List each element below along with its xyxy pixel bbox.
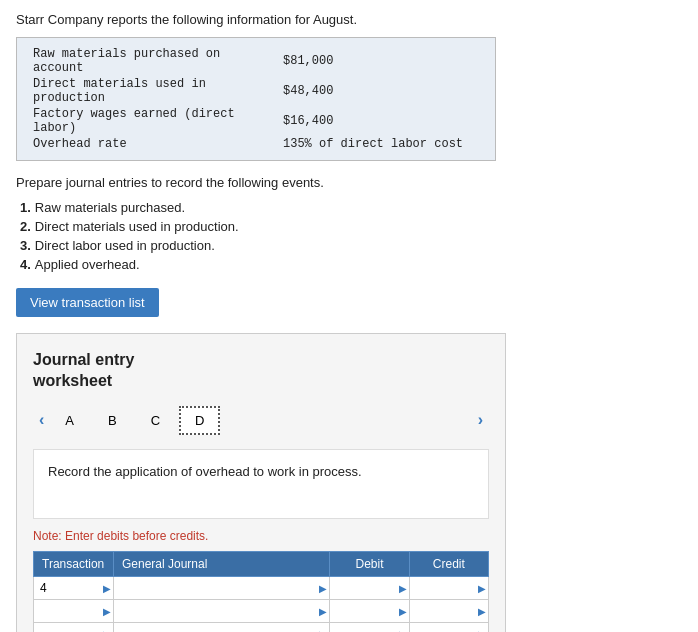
prepare-text: Prepare journal entries to record the fo… <box>16 175 682 190</box>
view-transactions-button[interactable]: View transaction list <box>16 288 159 317</box>
credit-cell: ▶ <box>409 622 488 632</box>
debit-input[interactable] <box>330 577 408 599</box>
transaction-cell: ▶ <box>34 576 114 599</box>
tab-c[interactable]: C <box>136 406 175 435</box>
debit-input[interactable] <box>330 600 408 622</box>
journal-table: TransactionGeneral JournalDebitCredit ▶▶… <box>33 551 489 632</box>
debit-input[interactable] <box>330 623 408 632</box>
tab-prev-button[interactable]: ‹ <box>33 411 50 429</box>
info-row: Overhead rate135% of direct labor cost <box>29 136 483 152</box>
general-journal-cell: ▶ <box>113 599 329 622</box>
debit-cell: ▶ <box>330 599 409 622</box>
general-journal-cell: ▶ <box>113 576 329 599</box>
tab-a[interactable]: A <box>50 406 89 435</box>
event-item: 2.Direct materials used in production. <box>20 219 682 234</box>
journal-row: ▶▶▶▶ <box>34 599 489 622</box>
general-journal-cell: ▶ <box>113 622 329 632</box>
info-table: Raw materials purchased on account$81,00… <box>16 37 496 161</box>
info-row: Factory wages earned (direct labor)$16,4… <box>29 106 483 136</box>
record-description: Record the application of overhead to wo… <box>33 449 489 519</box>
credit-cell: ▶ <box>409 599 488 622</box>
credit-input[interactable] <box>410 623 488 632</box>
credit-input[interactable] <box>410 577 488 599</box>
journal-row: ▶▶▶▶ <box>34 576 489 599</box>
note-text: Note: Enter debits before credits. <box>33 529 489 543</box>
tab-d[interactable]: D <box>179 406 220 435</box>
events-list: 1.Raw materials purchased.2.Direct mater… <box>20 200 682 272</box>
general-journal-input[interactable] <box>114 577 329 599</box>
col-header-general-journal: General Journal <box>113 551 329 576</box>
transaction-cell: ▶ <box>34 622 114 632</box>
transaction-input[interactable] <box>36 625 111 632</box>
tab-next-button[interactable]: › <box>472 411 489 429</box>
col-header-transaction: Transaction <box>34 551 114 576</box>
event-item: 3.Direct labor used in production. <box>20 238 682 253</box>
info-row: Raw materials purchased on account$81,00… <box>29 46 483 76</box>
credit-input[interactable] <box>410 600 488 622</box>
info-row: Direct materials used in production$48,4… <box>29 76 483 106</box>
tabs-row: ‹ ABCD › <box>33 406 489 435</box>
debit-cell: ▶ <box>330 576 409 599</box>
general-journal-input[interactable] <box>114 623 329 632</box>
credit-cell: ▶ <box>409 576 488 599</box>
transaction-input[interactable] <box>36 602 111 620</box>
tab-b[interactable]: B <box>93 406 132 435</box>
transaction-input[interactable] <box>36 579 111 597</box>
worksheet-title: Journal entryworksheet <box>33 350 489 392</box>
event-item: 1.Raw materials purchased. <box>20 200 682 215</box>
general-journal-input[interactable] <box>114 600 329 622</box>
worksheet-container: Journal entryworksheet ‹ ABCD › Record t… <box>16 333 506 632</box>
transaction-cell: ▶ <box>34 599 114 622</box>
col-header-credit: Credit <box>409 551 488 576</box>
event-item: 4.Applied overhead. <box>20 257 682 272</box>
journal-row: ▶▶▶▶ <box>34 622 489 632</box>
debit-cell: ▶ <box>330 622 409 632</box>
col-header-debit: Debit <box>330 551 409 576</box>
intro-text: Starr Company reports the following info… <box>16 12 682 27</box>
